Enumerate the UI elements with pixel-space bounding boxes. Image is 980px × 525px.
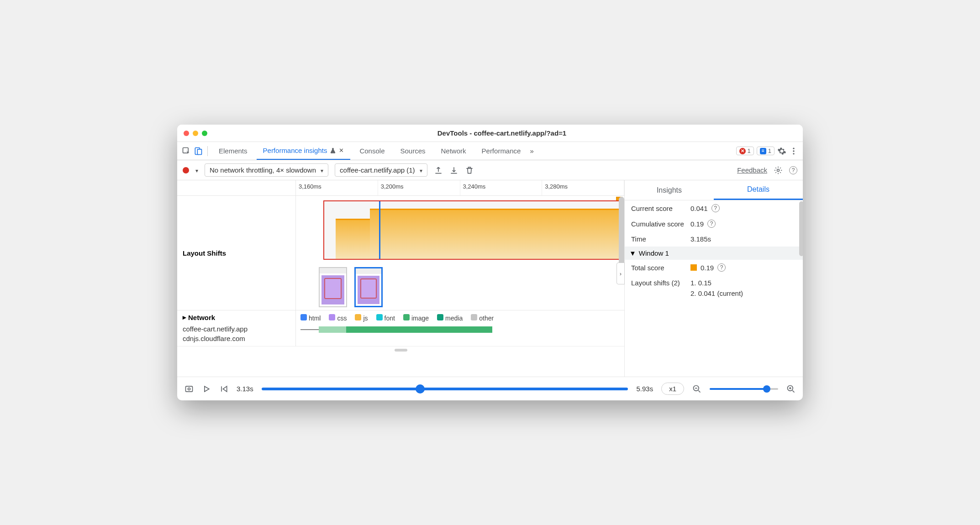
legend-item: other xyxy=(471,314,494,322)
tab-elements[interactable]: Elements xyxy=(212,142,254,160)
row-label: Network xyxy=(188,314,215,321)
ruler-tick: 3,200ms xyxy=(378,180,460,195)
tab-label: Network xyxy=(441,147,466,155)
detail-value: 0.041 xyxy=(690,205,708,212)
zoom-slider[interactable] xyxy=(710,388,778,390)
window-section-header[interactable]: ▼Window 1 xyxy=(625,247,803,260)
swatch-js xyxy=(355,314,361,320)
time-start: 3.13s xyxy=(237,385,253,393)
issue-icon: = xyxy=(760,148,766,154)
recording-select[interactable]: coffee-cart.netlify.app (1) xyxy=(335,163,427,177)
record-button[interactable] xyxy=(183,167,189,173)
network-track[interactable] xyxy=(300,326,620,333)
detail-value: 0.19 xyxy=(690,220,704,228)
vertical-scrollbar[interactable] xyxy=(799,201,803,256)
detail-value: 0.19 xyxy=(701,264,714,272)
more-tabs-icon[interactable]: » xyxy=(530,147,533,155)
network-host[interactable]: coffee-cart.netlify.app xyxy=(183,324,290,334)
tick-label: 3,200ms xyxy=(381,183,404,190)
network-row: ▸Network coffee-cart.netlify.app cdnjs.c… xyxy=(177,310,624,346)
export-icon[interactable] xyxy=(434,166,443,175)
tab-label: Elements xyxy=(219,147,248,155)
tab-details[interactable]: Details xyxy=(714,180,803,200)
zoom-out-icon[interactable] xyxy=(692,384,701,394)
preview-toggle-icon[interactable] xyxy=(184,384,194,394)
panel-settings-gear-icon[interactable] xyxy=(774,166,783,175)
minimize-window-button[interactable] xyxy=(193,131,198,136)
current-time-marker[interactable] xyxy=(379,201,380,259)
layout-shifts-viz[interactable] xyxy=(296,196,624,310)
cls-window-highlight xyxy=(323,200,624,260)
detail-value: 3.185s xyxy=(690,235,711,243)
insights-toolbar: No network throttling, 4× slowdown coffe… xyxy=(177,160,803,180)
panel-resize-handle[interactable] xyxy=(177,346,624,353)
shift-entry[interactable]: 2. 0.041 (current) xyxy=(690,289,743,297)
swatch-image xyxy=(403,314,410,320)
vertical-scrollbar[interactable] xyxy=(619,197,624,265)
tab-performance[interactable]: Performance xyxy=(475,142,527,160)
zoom-in-icon[interactable] xyxy=(786,384,796,394)
help-icon[interactable]: ? xyxy=(711,204,720,212)
screenshot-thumb[interactable] xyxy=(319,267,347,307)
svg-point-4 xyxy=(793,150,794,152)
time-slider[interactable] xyxy=(262,388,628,390)
detail-time: Time 3.185s xyxy=(625,231,803,247)
svg-point-5 xyxy=(793,153,794,154)
window-controls xyxy=(184,131,207,136)
network-header[interactable]: ▸Network xyxy=(183,313,290,321)
titlebar: DevTools - coffee-cart.netlify.app/?ad=1 xyxy=(177,125,803,142)
playback-speed[interactable]: x1 xyxy=(661,383,684,395)
tab-insights[interactable]: Insights xyxy=(625,180,714,200)
svg-point-6 xyxy=(777,169,780,171)
score-color-swatch xyxy=(690,264,697,271)
throttling-select[interactable]: No network throttling, 4× slowdown xyxy=(205,163,328,177)
tab-label: Details xyxy=(747,185,769,194)
kebab-menu-icon[interactable] xyxy=(789,147,798,156)
detail-total-score: Total score 0.19? xyxy=(625,260,803,275)
help-icon[interactable]: ? xyxy=(789,166,797,174)
play-icon[interactable] xyxy=(202,384,211,394)
help-icon[interactable]: ? xyxy=(717,263,726,272)
slider-thumb[interactable] xyxy=(416,384,425,394)
inspect-icon[interactable] xyxy=(182,147,191,156)
rewind-icon[interactable] xyxy=(219,384,228,394)
close-window-button[interactable] xyxy=(184,131,189,136)
swatch-other xyxy=(471,314,477,320)
issues-badge[interactable]: =1 xyxy=(757,147,775,155)
help-icon[interactable]: ? xyxy=(707,220,716,228)
detail-key: Layout shifts (2) xyxy=(631,279,686,287)
slider-thumb[interactable] xyxy=(763,385,770,393)
devtools-tabbar: Elements Performance insights ✕ Console … xyxy=(177,142,803,160)
tab-label: Insights xyxy=(657,186,682,194)
legend-item: font xyxy=(376,314,395,322)
close-tab-icon[interactable]: ✕ xyxy=(339,147,344,154)
tab-performance-insights[interactable]: Performance insights ✕ xyxy=(257,142,351,160)
ruler-tick: 3,160ms xyxy=(296,180,378,195)
shift-entry[interactable]: 1. 0.15 xyxy=(690,279,711,287)
network-viz: html css js font image media other xyxy=(296,310,624,346)
errors-badge[interactable]: ✕1 xyxy=(736,147,754,155)
tab-sources[interactable]: Sources xyxy=(394,142,432,160)
sidebar-collapse-handle[interactable]: › xyxy=(616,262,625,284)
main-area: 3,160ms 3,200ms 3,240ms 3,280ms Layout S… xyxy=(177,180,803,377)
devtools-window: DevTools - coffee-cart.netlify.app/?ad=1… xyxy=(177,125,803,400)
record-menu-chevron-icon[interactable] xyxy=(195,166,198,174)
screenshot-thumb-selected[interactable] xyxy=(354,267,383,307)
tab-console[interactable]: Console xyxy=(353,142,391,160)
section-title: Window 1 xyxy=(639,249,669,257)
feedback-link[interactable]: Feedback xyxy=(737,166,767,174)
tab-label: Performance xyxy=(482,147,521,155)
device-toggle-icon[interactable] xyxy=(194,147,203,156)
import-icon[interactable] xyxy=(449,166,458,175)
collapse-icon: ▼ xyxy=(629,249,636,257)
recording-value: coffee-cart.netlify.app (1) xyxy=(340,166,415,174)
tab-network[interactable]: Network xyxy=(435,142,473,160)
network-host[interactable]: cdnjs.cloudflare.com xyxy=(183,334,290,343)
detail-current-score: Current score 0.041? xyxy=(625,200,803,216)
maximize-window-button[interactable] xyxy=(202,131,207,136)
delete-icon[interactable] xyxy=(465,166,474,175)
detail-key: Total score xyxy=(631,264,686,272)
settings-gear-icon[interactable] xyxy=(777,147,786,156)
error-icon: ✕ xyxy=(739,148,746,154)
detail-cumulative-score: Cumulative score 0.19? xyxy=(625,216,803,231)
